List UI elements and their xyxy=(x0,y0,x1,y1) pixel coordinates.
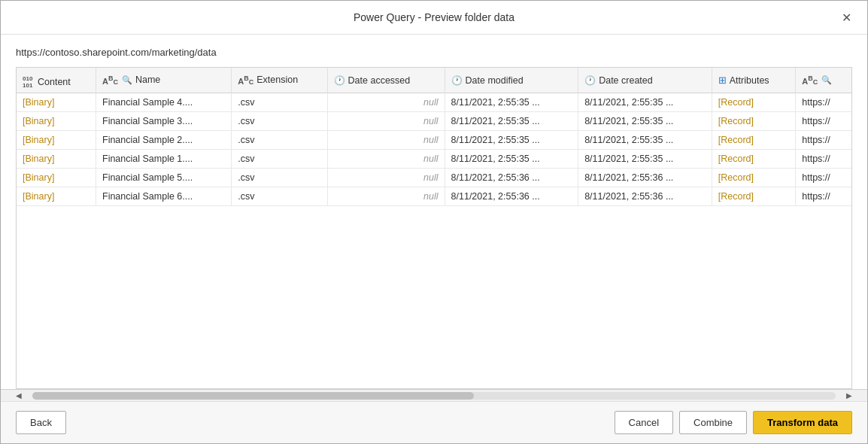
combine-button[interactable]: Combine xyxy=(679,411,747,434)
scroll-right-arrow[interactable]: ▶ xyxy=(846,391,852,400)
datetime-icon-modified: 🕐 xyxy=(451,75,463,86)
cell-url: https:// xyxy=(796,150,851,169)
table-body: [Binary]Financial Sample 4.....csvnull8/… xyxy=(17,93,851,206)
cell-url: https:// xyxy=(796,187,851,206)
cell-extension: .csv xyxy=(232,112,327,131)
col-header-name[interactable]: ABC 🔍 Name xyxy=(96,68,232,93)
cell-date_modified: 8/11/2021, 2:55:35 ... xyxy=(445,112,578,131)
cell-date_accessed: null xyxy=(327,169,445,187)
cell-name: Financial Sample 1.... xyxy=(96,150,232,169)
cell-attributes: [Record] xyxy=(712,187,795,206)
cell-content: [Binary] xyxy=(17,93,96,112)
cell-date_accessed: null xyxy=(327,112,445,131)
col-header-extension[interactable]: ABC Extension xyxy=(232,68,327,93)
cell-date_created: 8/11/2021, 2:55:35 ... xyxy=(578,150,712,169)
cell-date_accessed: null xyxy=(327,187,445,206)
table-row: [Binary]Financial Sample 6.....csvnull8/… xyxy=(17,187,851,206)
cell-date_created: 8/11/2021, 2:55:35 ... xyxy=(578,93,712,112)
table-row: [Binary]Financial Sample 4.....csvnull8/… xyxy=(17,93,851,112)
cell-date_modified: 8/11/2021, 2:55:35 ... xyxy=(445,93,578,112)
search-icon-name: 🔍 xyxy=(122,75,132,85)
col-header-attributes[interactable]: ⊞ Attributes xyxy=(712,68,795,93)
horizontal-scrollbar[interactable]: ◀ ▶ xyxy=(1,389,867,401)
table-scroll[interactable]: 010101 Content ABC 🔍 Name xyxy=(17,68,851,388)
cell-attributes: [Record] xyxy=(712,169,795,187)
footer-right: Cancel Combine Transform data xyxy=(615,411,852,434)
cell-content: [Binary] xyxy=(17,112,96,131)
col-header-content[interactable]: 010101 Content xyxy=(17,68,96,93)
datetime-icon-accessed: 🕐 xyxy=(334,75,345,86)
binary-icon: 010101 xyxy=(23,76,35,88)
cell-name: Financial Sample 5.... xyxy=(96,169,232,187)
cell-date_modified: 8/11/2021, 2:55:36 ... xyxy=(445,187,578,206)
transform-data-button[interactable]: Transform data xyxy=(753,411,852,434)
cell-content: [Binary] xyxy=(17,131,96,150)
col-header-date-created[interactable]: 🕐 Date created xyxy=(578,68,712,93)
cell-date_modified: 8/11/2021, 2:55:35 ... xyxy=(445,131,578,150)
url-label: https://contoso.sharepoint.com/marketing… xyxy=(16,47,852,58)
cell-attributes: [Record] xyxy=(712,150,795,169)
cell-date_modified: 8/11/2021, 2:55:35 ... xyxy=(445,150,578,169)
cell-content: [Binary] xyxy=(17,169,96,187)
scrollbar-thumb[interactable] xyxy=(32,392,474,400)
cell-extension: .csv xyxy=(232,187,327,206)
dialog: Power Query - Preview folder data ✕ http… xyxy=(0,0,868,444)
cell-url: https:// xyxy=(796,112,851,131)
table-container: 010101 Content ABC 🔍 Name xyxy=(16,67,852,389)
footer-left: Back xyxy=(16,411,66,434)
cell-name: Financial Sample 4.... xyxy=(96,93,232,112)
close-button[interactable]: ✕ xyxy=(837,8,855,26)
cell-attributes: [Record] xyxy=(712,131,795,150)
scrollbar-track[interactable] xyxy=(32,392,836,400)
dialog-title: Power Query - Preview folder data xyxy=(31,11,837,23)
table-row: [Binary]Financial Sample 1.....csvnull8/… xyxy=(17,150,851,169)
footer: Back Cancel Combine Transform data xyxy=(1,401,867,443)
search-icon-url: 🔍 xyxy=(821,75,832,85)
back-button[interactable]: Back xyxy=(16,411,66,434)
cell-name: Financial Sample 6.... xyxy=(96,187,232,206)
cell-date_accessed: null xyxy=(327,150,445,169)
cell-url: https:// xyxy=(796,169,851,187)
cancel-button[interactable]: Cancel xyxy=(615,411,673,434)
data-table: 010101 Content ABC 🔍 Name xyxy=(17,68,851,206)
cell-date_created: 8/11/2021, 2:55:36 ... xyxy=(578,187,712,206)
col-header-date-accessed[interactable]: 🕐 Date accessed xyxy=(327,68,445,93)
cell-date_modified: 8/11/2021, 2:55:36 ... xyxy=(445,169,578,187)
abc-icon-ext: ABC xyxy=(238,75,253,86)
table-row: [Binary]Financial Sample 5.....csvnull8/… xyxy=(17,169,851,187)
cell-url: https:// xyxy=(796,93,851,112)
cell-extension: .csv xyxy=(232,93,327,112)
cell-date_accessed: null xyxy=(327,131,445,150)
cell-extension: .csv xyxy=(232,131,327,150)
cell-date_created: 8/11/2021, 2:55:35 ... xyxy=(578,131,712,150)
cell-attributes: [Record] xyxy=(712,112,795,131)
table-row: [Binary]Financial Sample 3.....csvnull8/… xyxy=(17,112,851,131)
cell-date_accessed: null xyxy=(327,93,445,112)
title-bar: Power Query - Preview folder data ✕ xyxy=(1,1,867,35)
content-area: https://contoso.sharepoint.com/marketing… xyxy=(1,35,867,389)
cell-date_created: 8/11/2021, 2:55:36 ... xyxy=(578,169,712,187)
scroll-left-arrow[interactable]: ◀ xyxy=(16,391,22,400)
table-row: [Binary]Financial Sample 2.....csvnull8/… xyxy=(17,131,851,150)
cell-url: https:// xyxy=(796,131,851,150)
abc-icon-name: ABC xyxy=(102,75,118,86)
datetime-icon-created: 🕐 xyxy=(584,75,596,86)
cell-content: [Binary] xyxy=(17,187,96,206)
abc-icon-url: ABC xyxy=(802,75,818,86)
col-header-url[interactable]: ABC 🔍 xyxy=(796,68,851,93)
cell-content: [Binary] xyxy=(17,150,96,169)
col-header-date-modified[interactable]: 🕐 Date modified xyxy=(445,68,578,93)
cell-name: Financial Sample 2.... xyxy=(96,131,232,150)
cell-extension: .csv xyxy=(232,150,327,169)
cell-attributes: [Record] xyxy=(712,93,795,112)
cell-name: Financial Sample 3.... xyxy=(96,112,232,131)
cell-date_created: 8/11/2021, 2:55:35 ... xyxy=(578,112,712,131)
table-header-row: 010101 Content ABC 🔍 Name xyxy=(17,68,851,93)
table-icon-attributes: ⊞ xyxy=(718,75,727,86)
cell-extension: .csv xyxy=(232,169,327,187)
